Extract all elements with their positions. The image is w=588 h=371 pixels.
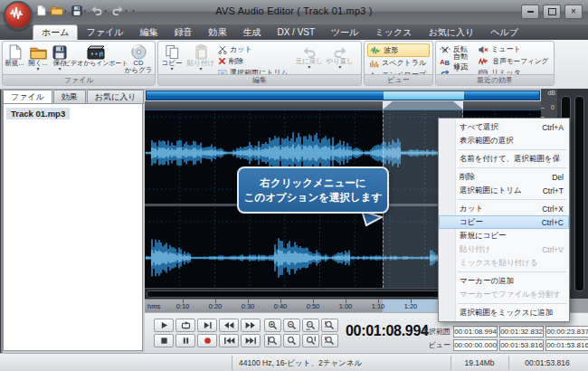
tab-dx-vst[interactable]: DX / VST — [269, 25, 323, 40]
rewind-button[interactable] — [219, 319, 239, 332]
redo-button[interactable]: やり直し▾ — [325, 42, 356, 69]
zoom-restore-button[interactable] — [321, 319, 338, 332]
window-controls: × — [521, 5, 583, 19]
sidebar-tab-files[interactable]: ファイル — [3, 90, 52, 104]
overview-bar[interactable] — [146, 90, 540, 100]
chevron-down-icon: ▾ — [338, 65, 341, 69]
bubble-text-line2: このオプションを選択します — [239, 190, 387, 205]
tab-edit[interactable]: 編集 — [131, 25, 166, 40]
ruler-tick-label: 1:20 — [404, 302, 418, 310]
tab-favorites[interactable]: お気に入り — [421, 25, 483, 40]
menu-item-trim[interactable]: 選択範囲にトリムCtrl+T — [439, 184, 569, 197]
ribbon: 新規... 開く...▾ 保存▾ ビデオからインポート CDからグラブ ファイル… — [0, 40, 588, 90]
menu-item-add-marker[interactable]: マーカーの追加 — [439, 274, 569, 288]
menu-item-paste-mix[interactable]: ミックスを貼り付ける — [439, 256, 569, 270]
window-title: AVS Audio Editor ( Track 01.mp3 ) — [0, 5, 588, 16]
status-file-size: 19.14Mb — [450, 358, 508, 367]
menu-item-delete[interactable]: 削除Del — [439, 170, 569, 184]
stop-button[interactable] — [154, 334, 174, 347]
view-waveform-button[interactable]: 波形 — [367, 43, 430, 57]
paste-button[interactable]: 貼り付け▾ — [185, 42, 216, 71]
fast-forward-button[interactable] — [241, 319, 261, 332]
tab-effects[interactable]: 効果 — [200, 25, 234, 40]
sidebar-tab-effects[interactable]: 効果 — [53, 90, 86, 104]
ruler-unit-label: hms — [147, 302, 160, 310]
effect-mute-button[interactable]: ミュート — [476, 43, 552, 55]
group-caption-edit: 編集 — [158, 74, 361, 85]
open-button[interactable]: 開く...▾ — [26, 42, 50, 71]
level-meter-right — [574, 96, 584, 291]
menu-item-split-by-markers[interactable]: マーカーでファイルを分割する — [439, 288, 569, 301]
selection-length-field[interactable]: 00:00:23.837 — [545, 326, 588, 338]
invert-icon — [440, 45, 450, 54]
tab-home[interactable]: ホーム — [33, 24, 78, 40]
menu-item-save-selection-as[interactable]: 名前を付けて、選択範囲を保存 — [439, 152, 569, 166]
ribbon-group-recent-effects: 反転 AB自動修正 リバース ミュート 音声モーフィング リミッタ 最近の効果 — [435, 41, 555, 86]
new-file-icon — [8, 44, 22, 60]
file-list-item[interactable]: Track 01.mp3 — [6, 108, 70, 119]
menu-item-add-selection-to-mix[interactable]: 選択範囲をミックスに追加 — [439, 306, 569, 319]
record-icon — [204, 337, 212, 345]
view-end-field[interactable]: 00:01:53.816 — [499, 339, 544, 351]
play-button[interactable] — [154, 319, 174, 332]
zoom-to-cursor-button[interactable] — [302, 334, 319, 347]
zoom-in-button[interactable] — [264, 319, 281, 332]
new-button[interactable]: 新規... — [3, 42, 26, 67]
marker-strip[interactable] — [145, 101, 541, 109]
app-logo[interactable] — [4, 1, 33, 30]
sidebar-tab-favorites[interactable]: お気に入り — [87, 90, 145, 104]
tab-record[interactable]: 録音 — [166, 25, 200, 40]
record-button[interactable] — [197, 334, 217, 347]
go-to-start-button[interactable] — [219, 334, 239, 347]
minimize-icon — [527, 11, 534, 13]
cut-button[interactable]: カット — [216, 43, 290, 55]
vertical-zoom-in-button[interactable] — [264, 334, 281, 347]
chevron-down-icon: ▾ — [199, 67, 202, 71]
loop-button[interactable] — [175, 319, 195, 332]
menu-item-cut[interactable]: カットCtrl+X — [439, 202, 569, 215]
zoom-full-button[interactable] — [321, 334, 338, 347]
pause-button[interactable] — [175, 334, 195, 347]
tab-tools[interactable]: ツール — [323, 25, 366, 40]
zoom-out-button[interactable] — [283, 319, 300, 332]
sidebar-file-list: Track 01.mp3 — [3, 103, 143, 351]
ribbon-tab-strip: ホーム ファイル 編集 録音 効果 生成 DX / VST ツール ミックス お… — [0, 24, 588, 40]
close-button[interactable]: × — [564, 5, 583, 19]
selection-start-field[interactable]: 00:01:08.994 — [453, 326, 498, 338]
minimize-button[interactable] — [521, 5, 539, 19]
callout-bubble: 右クリックメニューに このオプションを選択します — [237, 166, 389, 214]
tab-mix[interactable]: ミックス — [367, 25, 421, 40]
undo-button[interactable]: 元に戻し▾ — [294, 42, 325, 69]
open-folder-icon — [30, 46, 47, 60]
maximize-icon — [548, 8, 556, 15]
tab-help[interactable]: ヘルプ — [482, 25, 526, 40]
vertical-zoom-out-button[interactable] — [283, 334, 300, 347]
menu-item-paste[interactable]: 貼り付けCtrl+V — [439, 243, 569, 256]
selection-end-field[interactable]: 00:01:32.832 — [499, 326, 544, 338]
fast-forward-icon — [245, 321, 256, 329]
delete-button[interactable]: 削除 — [216, 55, 290, 67]
menu-item-select-all[interactable]: すべて選択Ctrl+A — [439, 120, 569, 134]
play-icon — [159, 321, 169, 329]
copy-button[interactable]: コピー▾ — [158, 42, 185, 71]
maximize-button[interactable] — [543, 5, 561, 19]
tab-file[interactable]: ファイル — [78, 25, 131, 40]
play-selection-button[interactable] — [197, 319, 217, 332]
menu-item-copy[interactable]: コピーCtrl+C — [439, 215, 569, 229]
vertical-zoom-out-icon — [287, 336, 297, 346]
menu-item-select-view[interactable]: 表示範囲の選択 — [439, 134, 569, 147]
menu-item-copy-to-new[interactable]: 新規にコピー — [439, 229, 569, 243]
video-import-button[interactable]: ビデオからインポート — [70, 42, 122, 67]
tab-generate[interactable]: 生成 — [234, 25, 269, 40]
go-to-end-icon — [245, 337, 257, 345]
view-start-field[interactable]: 00:00:00.000 — [453, 339, 498, 351]
effect-morph-button[interactable]: 音声モーフィング — [476, 55, 552, 67]
group-caption-recent-effects: 最近の効果 — [436, 74, 554, 85]
chevron-down-icon: ▾ — [170, 67, 173, 71]
zoom-selection-button[interactable] — [302, 319, 319, 332]
view-length-field[interactable]: 00:01:53.816 — [545, 339, 588, 351]
zoom-controls — [264, 319, 338, 347]
go-to-end-button[interactable] — [241, 334, 261, 347]
svg-text:B: B — [445, 59, 450, 66]
view-spectral-button[interactable]: スペクトラル — [367, 57, 430, 69]
